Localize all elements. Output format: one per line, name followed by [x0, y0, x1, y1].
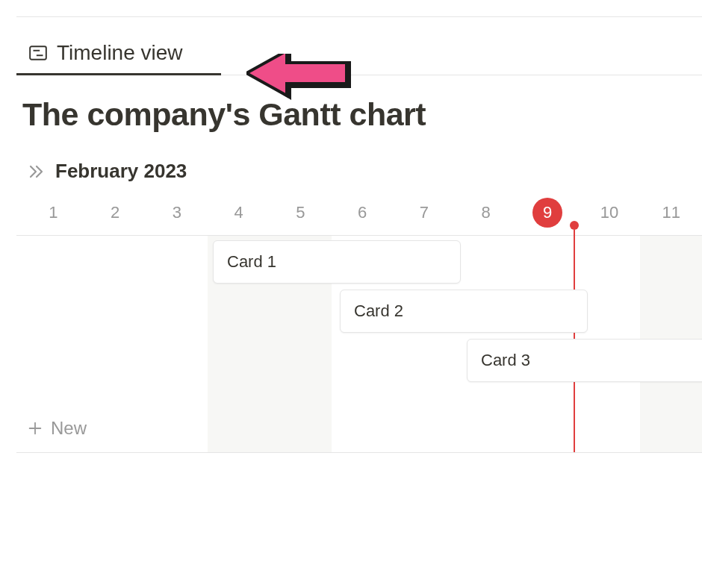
tab-label: Timeline view — [57, 41, 183, 65]
day-cell[interactable]: 8 — [455, 203, 517, 222]
tab-underline — [16, 73, 221, 75]
gantt-card-label: Card 2 — [354, 301, 403, 321]
gantt-card-label: Card 3 — [481, 351, 530, 370]
gantt-card[interactable]: Card 1 — [213, 240, 461, 284]
new-row-button[interactable]: New — [27, 418, 87, 439]
day-cell[interactable]: 2 — [84, 203, 146, 222]
gantt-body: Card 1Card 2Card 3 New — [16, 235, 702, 453]
day-cell[interactable]: 11 — [640, 203, 702, 222]
gantt-card-label: Card 1 — [227, 252, 276, 272]
new-row-label: New — [51, 418, 87, 439]
day-cell[interactable]: 9 — [517, 198, 579, 228]
tab-bar: Timeline view — [0, 17, 702, 75]
gantt-card[interactable]: Card 2 — [340, 290, 588, 333]
month-row: February 2023 — [0, 133, 702, 183]
page-title: The company's Gantt chart — [22, 96, 702, 133]
plus-icon — [27, 420, 43, 437]
timeline-area: 1234567891011 Card 1Card 2Card 3 New — [0, 190, 702, 453]
day-cell[interactable]: 6 — [332, 203, 394, 222]
day-cell[interactable]: 10 — [579, 203, 641, 222]
day-cell[interactable]: 7 — [393, 203, 455, 222]
tab-divider — [221, 75, 702, 75]
month-label: February 2023 — [55, 160, 187, 183]
chevron-double-right-icon[interactable] — [27, 163, 45, 181]
day-cell[interactable]: 1 — [22, 203, 84, 222]
gantt-column — [84, 236, 146, 452]
day-cell[interactable]: 5 — [270, 203, 332, 222]
day-cell[interactable]: 4 — [208, 203, 270, 222]
today-badge: 9 — [532, 198, 562, 228]
day-cell[interactable]: 3 — [146, 203, 208, 222]
gantt-column — [146, 236, 208, 452]
tab-timeline-view[interactable]: Timeline view — [28, 41, 183, 75]
svg-rect-0 — [30, 46, 46, 59]
gantt-card[interactable]: Card 3 — [467, 339, 702, 382]
timeline-icon — [28, 43, 48, 63]
title-area: The company's Gantt chart — [0, 75, 702, 133]
day-header: 1234567891011 — [0, 190, 702, 235]
